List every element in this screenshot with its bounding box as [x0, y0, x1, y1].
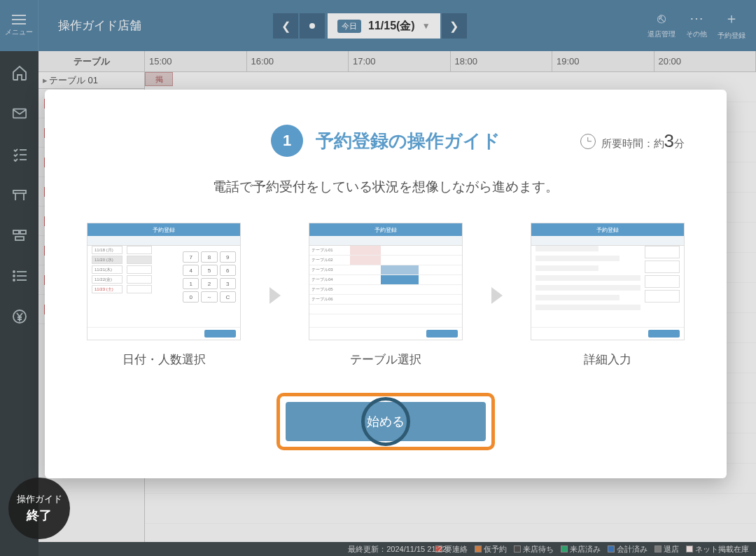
arrow-right-icon — [270, 287, 281, 304]
status-bar: 最終更新：2024/11/15 21:22 要連絡 仮予約 来店待ち 来店済み … — [38, 542, 756, 556]
start-highlight-frame: 始める — [276, 393, 495, 450]
step-3-label: 詳細入力 — [584, 352, 631, 368]
thumb-date: 11/18 (月) — [92, 246, 122, 254]
guide-exit-line2: 終了 — [27, 507, 52, 524]
legend-item: ネット掲載在庫 — [686, 544, 749, 555]
time-value: 3 — [664, 130, 674, 151]
time-suffix: 分 — [674, 137, 685, 149]
legend-swatch — [608, 545, 615, 552]
last-updated: 最終更新：2024/11/15 21:22 — [348, 544, 447, 555]
modal-header: 1 予約登録の操作ガイド 所要時間：約3分 — [80, 125, 692, 157]
step-2-thumbnail: 予約登録 テーブル01 テーブル02 テーブル03 テーブル04 テーブル05 … — [309, 223, 463, 340]
legend-swatch — [686, 545, 693, 552]
thumb-date: 11/22(金) — [92, 275, 122, 284]
time-prefix: 所要時間：約 — [601, 137, 664, 149]
legend-swatch — [475, 545, 482, 552]
legend-item: 来店待ち — [514, 544, 554, 555]
clock-icon — [580, 134, 596, 149]
step-2-label: テーブル選択 — [350, 352, 421, 368]
legend-swatch — [654, 545, 662, 552]
guide-step-2: 予約登録 テーブル01 テーブル02 テーブル03 テーブル04 テーブル05 … — [309, 223, 463, 368]
guide-steps: 予約登録 11/18 (月) 11/20 (水) 11/21(木) 11/22(… — [80, 223, 692, 368]
guide-exit-button[interactable]: 操作ガイド 終了 — [8, 478, 70, 539]
legend-item: 来店済み — [561, 544, 601, 555]
start-button[interactable]: 始める — [286, 402, 486, 441]
start-button-container: 始める — [80, 393, 692, 450]
guide-step-3: 予約登録 詳細入力 — [531, 223, 685, 368]
step-3-thumbnail: 予約登録 — [531, 223, 685, 340]
step-1-label: 日付・人数選択 — [122, 352, 206, 368]
legend-item: 退店 — [654, 544, 679, 555]
guide-modal: 1 予約登録の操作ガイド 所要時間：約3分 電話で予約受付をしている状況を想像し… — [45, 90, 727, 478]
thumb-header: 予約登録 — [88, 223, 240, 236]
thumb-keypad: 7 8 9 4 5 6 1 2 3 0 ～ C — [183, 251, 236, 303]
legend-item: 仮予約 — [475, 544, 507, 555]
arrow-right-icon — [491, 287, 503, 304]
guide-step-1: 予約登録 11/18 (月) 11/20 (水) 11/21(木) 11/22(… — [87, 223, 241, 368]
thumb-header: 予約登録 — [309, 223, 462, 236]
start-button-label: 始める — [367, 413, 405, 430]
thumb-date: 11/21(木) — [92, 265, 122, 274]
modal-title: 予約登録の操作ガイド — [316, 129, 500, 153]
thumb-date: 11/23 (土) — [92, 285, 122, 293]
time-required: 所要時間：約3分 — [580, 130, 685, 152]
step-1-thumbnail: 予約登録 11/18 (月) 11/20 (水) 11/21(木) 11/22(… — [87, 223, 241, 340]
thumb-date: 11/20 (水) — [92, 256, 122, 264]
guide-exit-line1: 操作ガイド — [17, 493, 62, 506]
legend-swatch — [514, 545, 521, 552]
thumb-header: 予約登録 — [531, 223, 684, 236]
step-number-badge: 1 — [271, 125, 303, 157]
legend-swatch — [561, 545, 568, 552]
legend-item: 会計済み — [608, 544, 648, 555]
modal-subtitle: 電話で予約受付をしている状況を想像しながら進めます。 — [80, 178, 692, 196]
